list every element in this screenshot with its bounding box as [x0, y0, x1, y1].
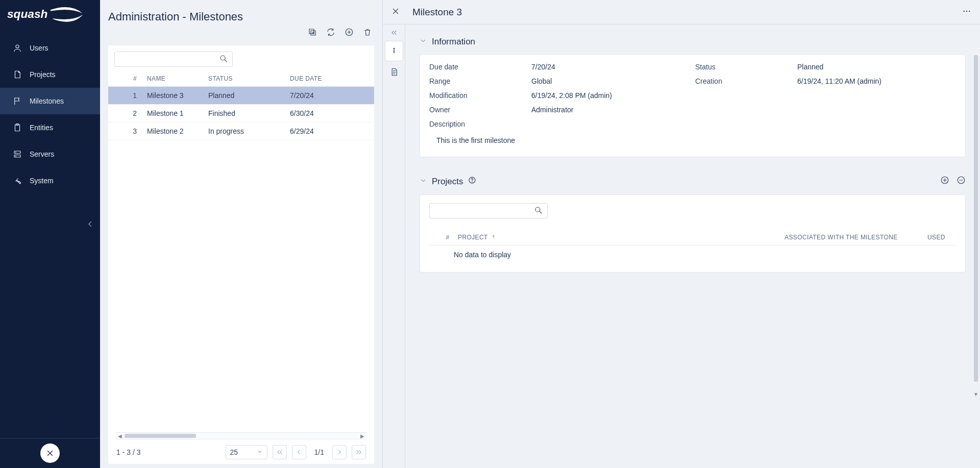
pager-next-button[interactable] — [332, 445, 347, 459]
projects-table-header: # PROJECT ASSOCIATED WITH THE MILESTONE … — [429, 221, 956, 245]
page-size-select[interactable]: 25 — [226, 445, 267, 459]
vertical-scroll-thumb[interactable] — [974, 55, 978, 382]
scroll-thumb[interactable] — [125, 434, 196, 438]
cell-num: 1 — [116, 91, 147, 100]
vertical-scrollbar[interactable]: ▼ — [973, 55, 979, 382]
list-search-input[interactable] — [119, 56, 219, 63]
search-icon[interactable] — [534, 206, 543, 216]
svg-point-12 — [964, 11, 965, 12]
cell-status: Finished — [208, 109, 290, 117]
information-card: Due date 7/20/24 Status Planned Range Gl… — [420, 54, 966, 157]
detail-tab-rail — [383, 24, 405, 468]
flag-icon — [12, 96, 22, 106]
detail-body: Information Due date 7/20/24 Status Plan… — [383, 24, 980, 468]
sidebar: squash Users Projects Milestones Entitie… — [0, 0, 100, 468]
value-range: Global — [531, 77, 690, 85]
pager-page-info: 1/1 — [311, 448, 327, 456]
app-logo: squash — [0, 0, 100, 30]
pager-range: 1 - 3 / 3 — [116, 448, 140, 456]
scroll-right-icon[interactable]: ▶ — [358, 433, 367, 439]
svg-point-20 — [535, 207, 540, 212]
sidebar-item-label: Users — [30, 44, 48, 52]
detail-content: Information Due date 7/20/24 Status Plan… — [405, 24, 980, 468]
svg-point-11 — [220, 56, 225, 60]
sidebar-item-milestones[interactable]: Milestones — [0, 88, 100, 114]
chevron-down-icon[interactable] — [420, 177, 427, 187]
value-description[interactable]: This is the first milestone — [429, 128, 956, 149]
projects-col-project[interactable]: PROJECT — [458, 234, 785, 241]
more-icon[interactable] — [962, 7, 972, 17]
close-circle-button[interactable] — [40, 444, 60, 463]
delete-icon[interactable] — [363, 28, 372, 38]
list-header: Administration - Milestones — [100, 0, 382, 28]
svg-point-14 — [969, 11, 970, 12]
sidebar-collapse-icon[interactable] — [86, 219, 95, 230]
list-card: # NAME STATUS DUE DATE 1 Milestone 3 Pla… — [108, 45, 374, 464]
col-due-header[interactable]: DUE DATE — [290, 75, 351, 82]
col-name-header[interactable]: NAME — [147, 75, 208, 82]
list-panel: Administration - Milestones # NAME STATU… — [100, 0, 383, 468]
scroll-track[interactable] — [125, 433, 358, 439]
sidebar-item-projects[interactable]: Projects — [0, 61, 100, 88]
detail-title: Milestone 3 — [412, 7, 462, 18]
projects-col-associated[interactable]: ASSOCIATED WITH THE MILESTONE — [785, 234, 927, 241]
value-status: Planned — [797, 63, 956, 71]
section-information-header: Information — [420, 33, 966, 54]
tab-documents[interactable] — [385, 62, 403, 83]
svg-point-13 — [966, 11, 967, 12]
value-creation: 6/19/24, 11:20 AM (admin) — [797, 77, 956, 85]
help-icon[interactable] — [468, 176, 476, 187]
close-icon[interactable] — [391, 7, 400, 17]
svg-rect-5 — [14, 155, 20, 158]
cell-status: Planned — [208, 91, 290, 100]
pager-last-button[interactable] — [352, 445, 366, 459]
projects-card: # PROJECT ASSOCIATED WITH THE MILESTONE … — [420, 194, 966, 273]
sidebar-item-label: System — [30, 177, 54, 185]
table-row[interactable]: 1 Milestone 3 Planned 7/20/24 — [108, 87, 374, 105]
cell-due: 7/20/24 — [290, 91, 351, 100]
scroll-down-icon[interactable]: ▼ — [973, 391, 979, 397]
rail-collapse-icon[interactable] — [383, 28, 405, 38]
search-icon[interactable] — [219, 54, 228, 65]
label-due: Due date — [429, 63, 526, 71]
projects-remove-icon[interactable] — [957, 176, 966, 187]
table-row[interactable]: 3 Milestone 2 In progress 6/29/24 — [108, 122, 374, 140]
svg-rect-4 — [14, 151, 20, 154]
document-icon — [12, 69, 22, 80]
scroll-left-icon[interactable]: ◀ — [115, 433, 125, 439]
page-size-value: 25 — [230, 448, 238, 456]
sidebar-item-users[interactable]: Users — [0, 35, 100, 61]
value-due: 7/20/24 — [531, 63, 690, 71]
horizontal-scrollbar[interactable]: ◀ ▶ — [115, 432, 367, 439]
col-status-header[interactable]: STATUS — [208, 75, 290, 82]
list-search[interactable] — [114, 52, 233, 67]
projects-add-icon[interactable] — [940, 176, 949, 187]
pager-first-button[interactable] — [273, 445, 287, 459]
sidebar-item-servers[interactable]: Servers — [0, 141, 100, 167]
documents-icon — [389, 67, 399, 78]
col-num-header[interactable]: # — [116, 75, 147, 82]
sidebar-item-system[interactable]: System — [0, 167, 100, 194]
duplicate-icon[interactable] — [308, 28, 317, 38]
detail-panel: Milestone 3 Information Due date 7/20/24… — [383, 0, 980, 468]
sidebar-item-entities[interactable]: Entities — [0, 114, 100, 141]
projects-col-used[interactable]: USED — [927, 234, 948, 241]
projects-search-input[interactable] — [434, 207, 534, 215]
sidebar-item-label: Servers — [30, 150, 54, 158]
pager: 1 - 3 / 3 25 1/1 — [108, 440, 374, 464]
tab-info[interactable] — [385, 41, 403, 61]
cell-num: 3 — [116, 127, 147, 135]
table-row[interactable]: 2 Milestone 1 Finished 6/30/24 — [108, 105, 374, 122]
sidebar-nav: Users Projects Milestones Entities Serve… — [0, 30, 100, 438]
cell-name: Milestone 2 — [147, 127, 208, 135]
value-owner: Administrator — [531, 106, 690, 114]
pager-prev-button[interactable] — [292, 445, 306, 459]
cell-name: Milestone 1 — [147, 109, 208, 117]
chevron-down-icon[interactable] — [420, 37, 427, 47]
svg-point-1 — [16, 45, 19, 48]
cell-due: 6/29/24 — [290, 127, 351, 135]
projects-search[interactable] — [429, 203, 548, 218]
sync-icon[interactable] — [326, 28, 335, 38]
projects-col-num[interactable]: # — [437, 234, 458, 241]
add-icon[interactable] — [345, 28, 354, 38]
